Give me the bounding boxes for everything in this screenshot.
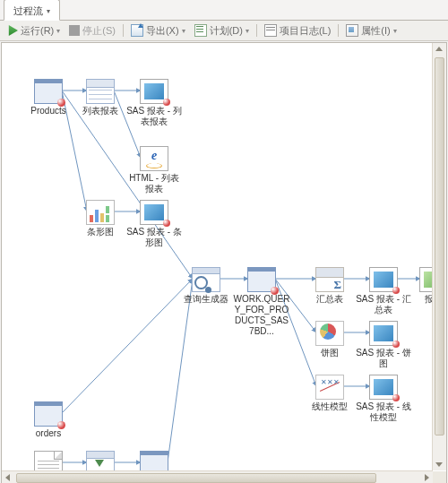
chevron-down-icon: ▾ — [47, 7, 50, 15]
query-icon — [192, 267, 220, 292]
scroll-thumb[interactable] — [435, 57, 444, 436]
node-label: 列表报表 — [82, 106, 118, 116]
process-flow-canvas[interactable]: Products列表报表SAS 报表 - 列表报表HTML - 列表报表条形图S… — [1, 42, 447, 483]
log-icon — [264, 24, 277, 37]
stop-button: 停止(S) — [65, 23, 119, 39]
bar-icon — [86, 200, 115, 225]
pie-icon — [315, 321, 344, 346]
node-label: orders — [36, 428, 61, 439]
flow-node-summary[interactable]: 汇总表 — [301, 267, 358, 305]
node-label: 条形图 — [87, 227, 114, 237]
flow-node-listrep[interactable]: 列表报表 — [72, 79, 129, 116]
report-icon — [140, 200, 168, 225]
log-button[interactable]: 项目日志(L) — [261, 23, 334, 39]
report-icon — [369, 321, 398, 346]
node-label: 饼图 — [321, 348, 339, 358]
flow-node-sas_summary[interactable]: SAS 报表 - 汇总表 — [355, 267, 412, 315]
flow-node-sas_bar[interactable]: SAS 报表 - 条形图 — [125, 200, 183, 248]
plan-button[interactable]: 计划(D) ▾ — [191, 23, 253, 39]
report-icon — [369, 267, 398, 292]
run-icon — [7, 25, 18, 36]
svg-line-7 — [168, 279, 193, 462]
node-label: SAS 报表 - 汇总表 — [355, 294, 412, 315]
properties-button[interactable]: 属性(I) ▾ — [342, 23, 400, 39]
table-icon — [247, 267, 276, 292]
summary-icon — [315, 267, 344, 292]
chevron-down-icon: ▾ — [182, 27, 185, 35]
node-label: SAS 报表 - 饼图 — [355, 348, 412, 369]
node-label: SAS 报表 - 列表报表 — [125, 106, 183, 127]
scroll-corner — [433, 471, 446, 483]
run-button[interactable]: 运行(R) ▾ — [4, 23, 64, 39]
chevron-down-icon: ▾ — [56, 27, 60, 35]
export-button[interactable]: 导出(X) ▾ — [127, 23, 189, 39]
vertical-scrollbar[interactable] — [432, 43, 446, 470]
node-label: WORK.QUERY_FOR_PRODUCTS_SAS7BD... — [233, 294, 290, 337]
properties-icon — [346, 24, 358, 37]
flow-node-workquery[interactable]: WORK.QUERY_FOR_PRODUCTS_SAS7BD... — [233, 267, 290, 337]
export-icon — [131, 24, 143, 37]
flow-node-products[interactable]: Products — [20, 79, 77, 116]
flow-node-sas_linear[interactable]: SAS 报表 - 线性模型 — [355, 375, 412, 423]
separator — [123, 24, 124, 37]
svg-line-6 — [62, 279, 193, 413]
tab-label: 过程流 — [13, 4, 43, 18]
linear-icon — [315, 375, 344, 400]
node-label: 查询生成器 — [184, 294, 228, 305]
node-label: SAS 报表 - 条形图 — [125, 227, 183, 248]
plan-icon — [194, 24, 207, 37]
flow-node-sas_pie[interactable]: SAS 报表 - 饼图 — [355, 321, 412, 369]
table-icon — [34, 79, 63, 104]
horizontal-scrollbar[interactable] — [2, 470, 433, 483]
scroll-thumb[interactable] — [16, 473, 376, 483]
flow-node-orders[interactable]: orders — [20, 401, 77, 439]
separator — [338, 24, 339, 37]
stop-icon — [69, 25, 80, 36]
chevron-down-icon: ▾ — [393, 27, 397, 35]
node-label: Products — [30, 106, 65, 116]
node-label: 汇总表 — [316, 294, 343, 305]
separator — [256, 24, 257, 37]
report-icon — [140, 79, 168, 104]
flow-node-pie[interactable]: 饼图 — [301, 321, 358, 358]
flow-node-barchart[interactable]: 条形图 — [72, 200, 129, 237]
node-label: SAS 报表 - 线性模型 — [355, 401, 412, 423]
html-icon — [140, 146, 168, 171]
tab-process-flow[interactable]: 过程流 ▾ — [4, 0, 60, 21]
flow-node-sas_list[interactable]: SAS 报表 - 列表报表 — [125, 79, 183, 127]
node-label: HTML - 列表报表 — [125, 173, 183, 194]
flow-node-query[interactable]: 查询生成器 — [177, 267, 235, 305]
listdata-icon — [86, 79, 115, 104]
report-icon — [369, 375, 398, 400]
flow-node-html_list[interactable]: HTML - 列表报表 — [125, 146, 183, 194]
node-label: 线性模型 — [312, 401, 348, 412]
flow-node-linear[interactable]: 线性模型 — [301, 375, 358, 412]
toolbar: 运行(R) ▾ 停止(S) 导出(X) ▾ 计划(D) ▾ 项目日志(L) 属性… — [0, 21, 448, 41]
table-icon — [34, 401, 63, 427]
tab-strip: 过程流 ▾ — [0, 0, 448, 21]
chevron-down-icon: ▾ — [246, 27, 249, 35]
